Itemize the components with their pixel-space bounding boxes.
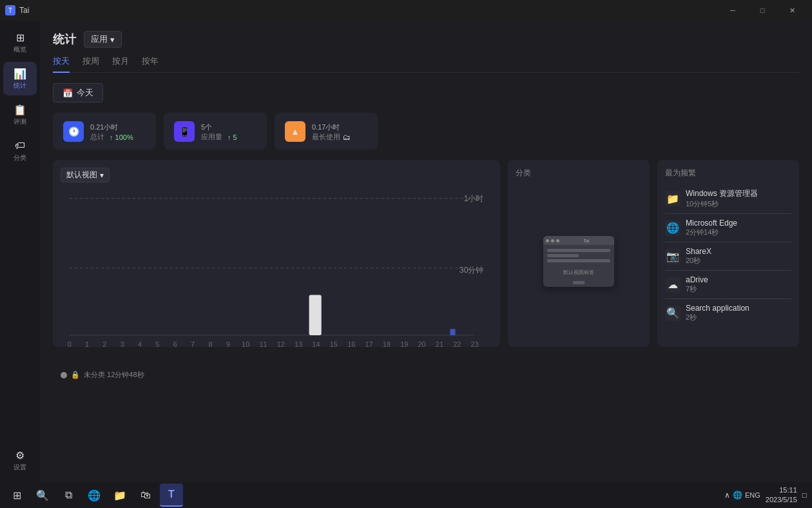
tab-day[interactable]: 按天: [53, 55, 70, 72]
svg-text:12: 12: [277, 340, 285, 348]
freq-info-2: ShareX 20秒: [686, 247, 791, 266]
edge-button[interactable]: 🌐: [82, 484, 106, 507]
date-display: 2023/5/15: [766, 495, 797, 505]
main-content: 统计 应用 ▾ 按天 按周 按月 按年 📅 今天 🕐 0.21小时 总计 ↑ 1…: [40, 21, 812, 482]
app-name: Tai: [19, 6, 29, 15]
app-dropdown[interactable]: 应用 ▾: [84, 31, 122, 48]
app-count-icon: 📱: [174, 121, 195, 142]
tai-button[interactable]: T: [160, 484, 183, 507]
sidebar-item-overview[interactable]: ⊞ 概览: [3, 26, 37, 59]
freq-info-4: Search application 2秒: [686, 304, 791, 322]
explorer-button[interactable]: 📁: [108, 484, 131, 507]
task-view-button[interactable]: ⧉: [57, 484, 80, 507]
svg-text:19: 19: [400, 340, 408, 348]
sidebar-item-settings[interactable]: ⚙ 设置: [3, 444, 37, 477]
sidebar-item-category[interactable]: 🏷 分类: [3, 134, 37, 168]
svg-text:8: 8: [208, 340, 212, 348]
app-count-body: 5个 应用量 ↑ 5: [201, 121, 237, 142]
network-icon[interactable]: 🌐: [733, 491, 742, 500]
chart-legend: 🔒 未分类 12分钟48秒: [61, 370, 492, 380]
today-button[interactable]: 📅 今天: [53, 83, 103, 103]
legend-label-uncategorized: 未分类 12分钟48秒: [84, 370, 144, 380]
app-count-change: ↑ 5: [227, 133, 237, 141]
app-dropdown-label: 应用: [91, 34, 108, 45]
app-count-value: 5个: [201, 121, 237, 132]
sidebar-item-label-category: 分类: [14, 153, 26, 162]
chart-header: 默认视图 ▾: [61, 168, 492, 182]
stat-card-longest: ▲ 0.17小时 最长使用 🗂: [275, 113, 378, 150]
sidebar-item-review[interactable]: 📋 评测: [3, 98, 37, 132]
freq-name-2: ShareX: [686, 247, 791, 256]
search-button[interactable]: 🔍: [31, 484, 54, 507]
mini-label-area: 默认视图标签: [543, 266, 614, 278]
overview-icon: ⊞: [14, 31, 26, 44]
legend-dot-uncategorized: [61, 372, 67, 378]
svg-text:4: 4: [138, 340, 142, 348]
frequent-panel: 最为频繁 📁 Windows 资源管理器 10分钟5秒 🌐 Microsoft …: [657, 160, 799, 347]
freq-time-0: 10分钟5秒: [686, 199, 791, 209]
maximize-button[interactable]: □: [748, 0, 777, 21]
start-button[interactable]: ⊞: [5, 484, 28, 507]
category-visual: Tai 默认视图标签: [543, 184, 614, 339]
freq-item-4: 🔍 Search application 2秒: [665, 300, 791, 326]
category-panel: 分类 Tai 默认视图标签: [508, 160, 650, 347]
svg-text:30分钟: 30分钟: [459, 266, 483, 275]
chart-area: 1小时 30分钟 0 1 2 3 4 5 6 7 8: [61, 188, 492, 366]
close-button[interactable]: ✕: [777, 0, 807, 21]
freq-info-3: aDrive 7秒: [686, 275, 791, 294]
svg-text:16: 16: [347, 340, 355, 348]
freq-item-3: ☁ aDrive 7秒: [665, 272, 791, 297]
mini-line-1: [547, 249, 610, 252]
tab-year[interactable]: 按年: [142, 55, 159, 72]
svg-text:0: 0: [68, 340, 72, 348]
freq-name-0: Windows 资源管理器: [686, 188, 791, 199]
chevron-up-icon[interactable]: ∧: [724, 491, 730, 500]
review-icon: 📋: [14, 103, 26, 116]
store-button[interactable]: 🛍: [134, 484, 157, 507]
svg-text:10: 10: [242, 340, 249, 348]
mini-window-mockup: Tai 默认视图标签: [543, 236, 614, 287]
svg-rect-29: [309, 295, 322, 335]
titlebar: T Tai ─ □ ✕: [0, 0, 812, 21]
legend-lock-icon: 🔒: [71, 371, 80, 379]
freq-icon-2: 📷: [665, 249, 681, 264]
freq-divider-3: [665, 298, 791, 299]
freq-time-4: 2秒: [686, 313, 791, 322]
svg-text:20: 20: [418, 340, 426, 348]
mini-dot-2: [551, 239, 554, 242]
svg-rect-30: [450, 329, 455, 335]
freq-info-1: Microsoft Edge 2分钟14秒: [686, 219, 791, 237]
svg-text:13: 13: [295, 340, 302, 348]
chevron-down-icon: ▾: [110, 35, 115, 44]
notification-icon[interactable]: □: [802, 491, 807, 500]
svg-text:7: 7: [191, 340, 195, 348]
freq-divider-0: [665, 213, 791, 214]
svg-text:6: 6: [173, 340, 177, 348]
taskbar-system-icons: ∧ 🌐 ENG: [724, 491, 760, 500]
svg-text:15: 15: [330, 340, 338, 348]
app-icon: T: [5, 5, 15, 15]
svg-text:22: 22: [453, 340, 461, 348]
total-time-change: ↑ 100%: [110, 133, 133, 141]
svg-text:23: 23: [471, 340, 479, 348]
chart-svg: 1小时 30分钟 0 1 2 3 4 5 6 7 8: [61, 188, 492, 366]
freq-time-3: 7秒: [686, 284, 791, 294]
freq-name-3: aDrive: [686, 275, 791, 284]
svg-text:9: 9: [226, 340, 230, 348]
tab-week[interactable]: 按周: [82, 55, 99, 72]
freq-time-2: 20秒: [686, 256, 791, 266]
chart-view-dropdown[interactable]: 默认视图 ▾: [61, 168, 110, 182]
language-indicator[interactable]: ENG: [745, 491, 760, 499]
svg-text:5: 5: [155, 340, 159, 348]
svg-text:18: 18: [383, 340, 391, 348]
time-display: 15:11: [766, 485, 797, 495]
sidebar-item-label-review: 评测: [14, 117, 26, 126]
minimize-button[interactable]: ─: [718, 0, 748, 21]
calendar-icon: 📅: [63, 88, 73, 98]
page-header: 统计 应用 ▾: [53, 31, 799, 48]
mini-line-3: [547, 259, 610, 262]
tab-month[interactable]: 按月: [112, 55, 129, 72]
sidebar: ⊞ 概览 📊 统计 📋 评测 🏷 分类 ⚙ 设置: [0, 21, 40, 482]
freq-info-0: Windows 资源管理器 10分钟5秒: [686, 188, 791, 209]
sidebar-item-stats[interactable]: 📊 统计: [3, 62, 37, 95]
